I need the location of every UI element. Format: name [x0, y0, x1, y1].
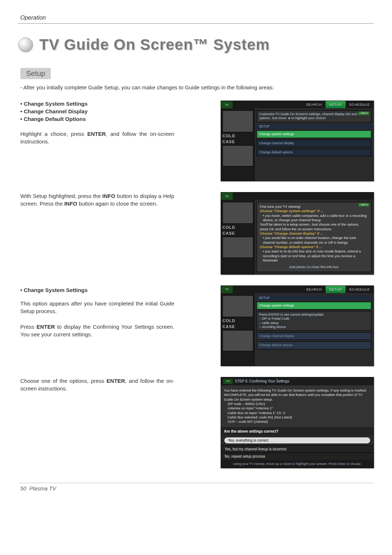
video-thumbnail: [222, 295, 253, 317]
tvguide-logo: TV: [223, 379, 233, 384]
manual-page: Operation TV Guide On Screen™ System Set…: [0, 0, 392, 555]
menu-change-system-settings[interactable]: Change system settings: [257, 302, 371, 309]
menu-change-default-options[interactable]: Change default options: [257, 341, 371, 349]
setting-antenna: Antenna on input "Antenna 1": [228, 406, 371, 410]
subhead-change-system-settings: • Change System Settings: [20, 287, 174, 293]
show-title-line1: COLD: [222, 225, 253, 230]
dialog-title: STEP 6: Confirming Your Settings: [235, 379, 289, 383]
bullet-system-settings: • Change System Settings: [20, 101, 174, 107]
bullet-default-options: • Change Default Options: [20, 116, 174, 122]
menu-change-channel-display[interactable]: Change channel display: [257, 139, 371, 147]
screenshot-confirming-settings: TV STEP 6: Confirming Your Settings You …: [221, 377, 374, 469]
para-option-appears: This option appears after you have compl…: [20, 300, 174, 315]
instruction-info-help: With Setup highlighted, press the INFO b…: [20, 192, 174, 207]
video-thumbnail: [222, 110, 253, 132]
info-badge-icon: i INFO: [358, 112, 369, 115]
bullet-channel-display: • Change Channel Display: [20, 108, 174, 114]
para-choose-option: Choose one of the options, press ENTER, …: [20, 377, 174, 392]
show-title-line2: CASE: [222, 324, 253, 329]
setting-cablebox-input: Cable Box on input "Antenna 1" Ch. 3: [228, 411, 371, 415]
tab-schedule[interactable]: SCHEDULE: [346, 101, 373, 108]
screenshot-setup-menu: TV SEARCH SETUP SCHEDULE COLD CASE: [221, 101, 374, 181]
tab-setup[interactable]: SETUP: [326, 101, 346, 108]
setup-hint-box: i INFO Customize TV Guide On Screen's se…: [257, 110, 371, 122]
show-title-line2: CASE: [222, 139, 253, 144]
para-press-enter-confirm: Press ENTER to display the Confirming Yo…: [20, 323, 174, 338]
setup-section-label: SETUP: [257, 295, 371, 300]
tab-search[interactable]: SEARCH: [302, 286, 326, 293]
ad-thumbnail: [222, 145, 253, 166]
section-header: Operation: [20, 15, 374, 21]
tvguide-logo: TV: [221, 101, 233, 108]
menu-change-channel-display[interactable]: Change channel display: [257, 332, 371, 340]
setup-section-label: SETUP: [257, 124, 371, 129]
setting-cablebox-code: Cable Box selected: code 001 (Not Listed…: [228, 415, 371, 420]
info-badge-icon: i INFO: [358, 203, 369, 207]
row-info-help: With Setup highlighted, press the INFO b…: [18, 192, 374, 275]
menu-change-default-options[interactable]: Change default options: [257, 149, 371, 156]
header-rule: [18, 23, 374, 24]
dialog-body: You have entered the following TV Guide …: [221, 385, 373, 427]
ad-thumbnail: [222, 237, 253, 258]
row-confirm-dialog: Choose one of the options, press ENTER, …: [18, 377, 374, 469]
dialog-footer-hint: Using your TV remote, move up or down to…: [221, 460, 373, 468]
screenshot-system-settings: TV SEARCH SETUP SCHEDULE COLD CASE SETUP: [221, 285, 374, 366]
show-title-line2: CASE: [222, 231, 253, 235]
dialog-question: Are the above settings correct?: [221, 427, 373, 436]
page-title: TV Guide On Screen™ System: [39, 36, 270, 53]
option-yes-correct[interactable]: Yes, everything is correct: [224, 437, 371, 444]
row-change-system-settings: • Change System Settings This option app…: [18, 285, 374, 366]
footer-rule: [18, 483, 374, 485]
page-footer: 50 Plasma TV: [20, 485, 374, 491]
help-info-box: i INFO Fine tune your TV viewing! Choose…: [257, 202, 371, 272]
tab-setup[interactable]: SETUP: [326, 286, 346, 293]
setup-heading: Setup: [20, 68, 51, 79]
screenshot-help-panel: TV COLD CASE i INFO Fine tune your TV vi…: [221, 192, 374, 275]
tab-schedule[interactable]: SCHEDULE: [346, 286, 373, 293]
option-yes-lineup-wrong[interactable]: Yes, but my channel lineup is incorrect: [221, 445, 373, 453]
show-title-line1: COLD: [222, 134, 253, 138]
ad-thumbnail: [222, 330, 253, 351]
title-row: TV Guide On Screen™ System: [18, 36, 374, 53]
tvguide-logo: TV: [221, 193, 233, 200]
option-no-repeat[interactable]: No, repeat setup process: [221, 453, 373, 460]
settings-bullet-list: • Change System Settings • Change Channe…: [20, 101, 174, 122]
instruction-highlight-enter: Highlight a choice, press ENTER, and fol…: [20, 130, 174, 145]
title-bullet-icon: [18, 37, 33, 52]
setting-vcr: VCR – code 007 (Admiral): [228, 420, 371, 424]
row-change-settings: • Change System Settings • Change Channe…: [18, 101, 374, 181]
setting-zip: ZIP code – 80001 (USA): [228, 402, 371, 406]
tvguide-logo: TV: [221, 286, 233, 293]
setup-intro: - After you initially complete Guide Set…: [20, 84, 374, 90]
video-thumbnail: [222, 202, 253, 224]
menu-change-system-settings[interactable]: Change system settings: [257, 130, 371, 138]
settings-update-hint: Press ENTER to see current settings/upda…: [257, 311, 371, 331]
show-title-line1: COLD: [222, 319, 253, 323]
tab-search[interactable]: SEARCH: [302, 101, 326, 108]
